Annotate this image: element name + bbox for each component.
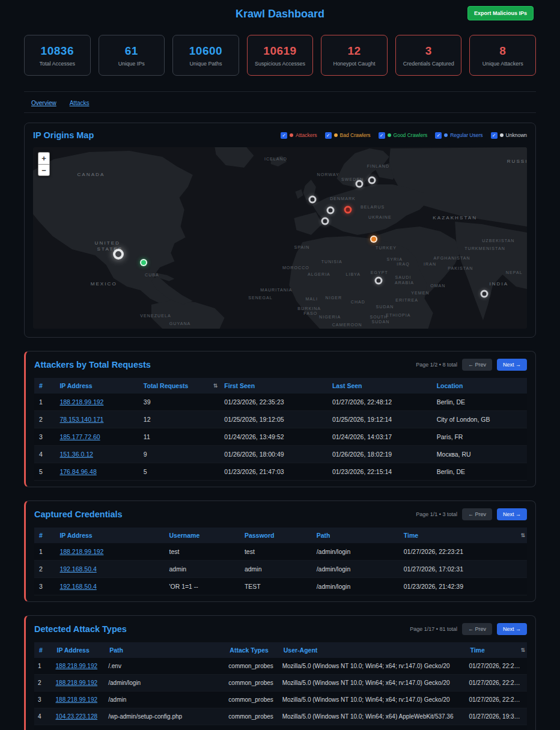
attackers-table: #IP AddressTotal Requests⇅First SeenLast… <box>34 378 527 481</box>
ip-address-link[interactable]: 188.218.99.192 <box>56 680 98 686</box>
stat-label: Unique IPs <box>118 61 145 67</box>
prev-button[interactable]: ← Prev <box>462 359 492 371</box>
legend-item-good-crawlers[interactable]: ✓Good Crawlers <box>379 132 428 139</box>
column-header-time[interactable]: Time⇅ <box>465 642 527 658</box>
map-marker-unknown[interactable] <box>309 195 317 203</box>
zoom-out-button[interactable]: − <box>38 164 50 176</box>
credentials-header: Captured Credentials Page 1/1 • 3 total … <box>34 508 527 520</box>
checkbox-icon[interactable]: ✓ <box>281 132 287 139</box>
ip-address-link[interactable]: 188.218.99.192 <box>59 398 103 406</box>
checkbox-icon[interactable]: ✓ <box>491 132 498 139</box>
attack-types-pagination: Page 1/17 • 81 total ← Prev Next → <box>410 623 527 635</box>
ip-address-link[interactable]: 78.153.140.171 <box>59 416 103 423</box>
sort-icon[interactable]: ⇅ <box>213 383 218 389</box>
map-country-label: NIGER <box>326 296 342 300</box>
next-button[interactable]: Next → <box>497 508 527 520</box>
cell-num: 3 <box>34 578 55 595</box>
map-country-label: EGYPT <box>371 270 388 275</box>
column-header-location[interactable]: Location <box>432 378 527 394</box>
map-marker-unknown[interactable] <box>355 180 363 188</box>
stat-label: Total Accesses <box>40 61 76 67</box>
table-row: 3188.218.99.192/admincommon_probesMozill… <box>34 692 527 708</box>
ip-address-link[interactable]: 188.218.99.192 <box>56 696 98 703</box>
column-header-user-agent[interactable]: User-Agent <box>279 642 466 658</box>
sort-icon[interactable]: ⇅ <box>520 532 525 538</box>
export-malicious-ips-button[interactable]: Export Malicious IPs <box>467 6 534 20</box>
column-header-num[interactable]: # <box>34 642 52 658</box>
map-marker-good[interactable] <box>140 259 147 266</box>
cell-first-seen: 01/26/2026, 18:00:49 <box>219 446 327 463</box>
column-header-ip-address[interactable]: IP Address <box>52 642 105 658</box>
map-country-label: LIBYA <box>345 272 361 276</box>
ip-address-link[interactable]: 151.36.0.12 <box>59 451 93 458</box>
cell-path: /admin/login <box>105 675 225 692</box>
cell-time: 01/27/2026, 17:02:31 <box>399 561 527 578</box>
map-card-header: IP Origins Map ✓Attackers✓Bad Crawlers✓G… <box>33 130 527 140</box>
sort-icon[interactable]: ⇅ <box>520 647 525 653</box>
cell-total-requests: 39 <box>139 394 219 411</box>
map-marker-unknown[interactable] <box>375 276 383 284</box>
map-marker-unknown[interactable] <box>326 207 334 214</box>
map-marker-unknown[interactable] <box>481 290 488 298</box>
map-marker-bad[interactable] <box>370 236 377 243</box>
ip-address-link[interactable]: 188.218.99.192 <box>59 548 103 555</box>
cell-path: /admin/login <box>312 578 399 595</box>
ip-address-link[interactable]: 176.84.96.48 <box>59 468 96 475</box>
checkbox-icon[interactable]: ✓ <box>379 132 385 139</box>
next-button[interactable]: Next → <box>497 359 527 371</box>
checkbox-icon[interactable]: ✓ <box>325 132 332 139</box>
column-header-first-seen[interactable]: First Seen <box>219 378 327 394</box>
cell-last-seen: 01/27/2026, 22:48:12 <box>327 394 432 411</box>
prev-button[interactable]: ← Prev <box>462 623 492 635</box>
column-header-ip-address[interactable]: IP Address <box>55 378 138 394</box>
pagination-info: Page 1/2 • 8 total <box>416 362 457 368</box>
tab-overview[interactable]: Overview <box>31 100 56 106</box>
ip-address-link[interactable]: 192.168.50.4 <box>59 565 96 573</box>
legend-item-attackers[interactable]: ✓Attackers <box>281 132 317 139</box>
cell-location: Berlin, DE <box>432 463 527 481</box>
stat-label: Unique Attackers <box>482 61 523 67</box>
map-marker-unknown[interactable] <box>368 176 376 184</box>
column-header-num[interactable]: # <box>34 378 55 394</box>
next-button[interactable]: Next → <box>497 623 527 635</box>
table-row: 1188.218.99.192testtest/admin/login01/27… <box>34 543 527 561</box>
table-row: 3192.168.50.4'OR 1=1 --TEST/admin/login0… <box>34 578 527 595</box>
legend-item-bad-crawlers[interactable]: ✓Bad Crawlers <box>325 132 371 139</box>
column-header-time[interactable]: Time⇅ <box>399 528 527 543</box>
ip-address-link[interactable]: 185.177.72.60 <box>59 433 100 440</box>
column-header-num[interactable]: # <box>34 528 55 543</box>
column-header-attack-types[interactable]: Attack Types <box>225 642 278 658</box>
stat-card-credentials-captured: 3Credentials Captured <box>395 35 462 76</box>
column-header-last-seen[interactable]: Last Seen <box>327 378 432 394</box>
checkbox-icon[interactable]: ✓ <box>435 132 442 139</box>
map-canvas[interactable]: ICELANDCANADARUSSIANORWAYSWEDENFINLANDDE… <box>33 147 527 329</box>
map-marker-unknown[interactable] <box>321 217 329 225</box>
prev-button[interactable]: ← Prev <box>462 508 492 520</box>
cell-password: admin <box>240 561 312 578</box>
tab-attacks[interactable]: Attacks <box>70 100 90 106</box>
ip-address-link[interactable]: 188.218.99.192 <box>56 663 98 669</box>
column-header-path[interactable]: Path <box>105 642 225 658</box>
map-marker-attacker[interactable] <box>344 205 352 213</box>
cell-user-agent: Mozilla/5.0 (Windows NT 10.0; Win64; x64… <box>279 708 466 725</box>
column-header-ip-address[interactable]: IP Address <box>55 528 164 543</box>
legend-label: Good Crawlers <box>394 132 428 138</box>
column-header-path[interactable]: Path <box>312 528 399 543</box>
column-header-total-requests[interactable]: Total Requests⇅ <box>139 378 219 394</box>
cell-num: 2 <box>34 561 55 578</box>
legend-label: Bad Crawlers <box>340 132 371 138</box>
table-row: 3185.177.72.601101/24/2026, 13:49:5201/2… <box>34 428 527 446</box>
column-header-username[interactable]: Username <box>164 528 239 543</box>
legend-label: Unknown <box>506 132 527 138</box>
zoom-in-button[interactable]: + <box>38 152 50 164</box>
credentials-pagination: Page 1/1 • 3 total ← Prev Next → <box>416 508 527 520</box>
ip-address-link[interactable]: 104.23.223.128 <box>56 713 98 720</box>
ip-address-link[interactable]: 192.168.50.4 <box>59 583 96 590</box>
column-header-password[interactable]: Password <box>240 528 312 543</box>
map-marker-cluster[interactable] <box>113 249 124 260</box>
attack-types-header: Detected Attack Types Page 1/17 • 81 tot… <box>34 623 527 635</box>
legend-item-regular-users[interactable]: ✓Regular Users <box>435 132 482 139</box>
legend-item-unknown[interactable]: ✓Unknown <box>491 132 527 139</box>
map-country-label: SUDAN <box>376 305 394 309</box>
attack-types-title: Detected Attack Types <box>34 624 127 634</box>
